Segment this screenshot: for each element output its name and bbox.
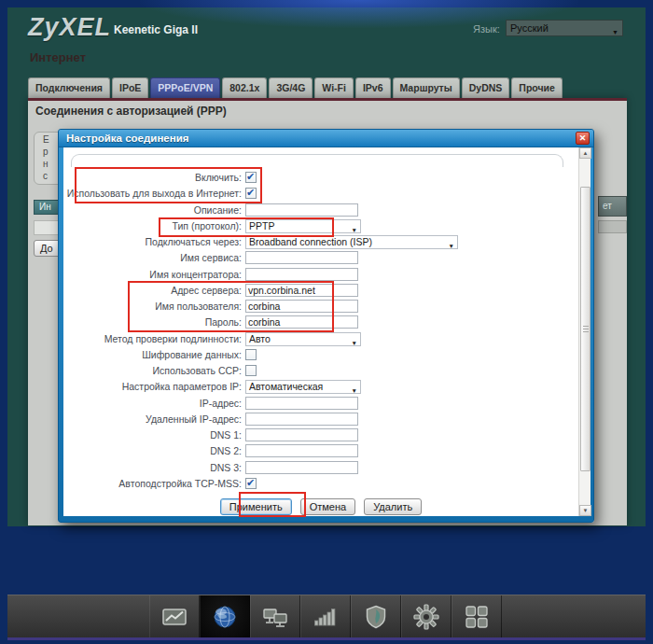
- form-row-password: Пароль:: [63, 315, 567, 330]
- field-tcp-mss-checkbox[interactable]: ✔: [245, 478, 257, 489]
- check-icon: ✔: [246, 477, 255, 489]
- page-title: Интернет: [30, 50, 86, 64]
- field-password[interactable]: [245, 315, 358, 329]
- tab-wi-fi[interactable]: Wi-Fi: [314, 77, 354, 98]
- scroll-up-icon[interactable]: ▲: [579, 147, 591, 159]
- field-dns3[interactable]: [245, 461, 358, 474]
- form-row-username: Имя пользователя:: [63, 299, 567, 315]
- field-use-for-internet-checkbox[interactable]: ✔: [245, 188, 257, 199]
- field-label-service-name: Имя сервиса:: [63, 250, 242, 266]
- system-icon: [412, 603, 440, 631]
- field-auth-method[interactable]: Авто▼: [245, 332, 361, 346]
- field-ccp-checkbox[interactable]: ✔: [245, 365, 257, 376]
- dock-item-wifi[interactable]: [300, 595, 351, 638]
- field-label-tcp-mss: Автоподстройка TCP-MSS:: [63, 476, 242, 492]
- fieldset-top-edge: [71, 154, 563, 167]
- dock-item-system-monitor[interactable]: [149, 595, 200, 638]
- apply-button[interactable]: Применить: [220, 498, 292, 515]
- field-username[interactable]: [245, 300, 358, 313]
- field-service-name[interactable]: [245, 251, 358, 264]
- internet-icon: [211, 603, 239, 631]
- field-description[interactable]: [245, 203, 358, 217]
- form-row-dns1: DNS 1:: [63, 427, 567, 443]
- form-row-protocol: Тип (протокол):PPTP▼: [63, 218, 567, 234]
- tab-dydns[interactable]: DyDNS: [462, 77, 510, 98]
- field-label-password: Пароль:: [63, 315, 242, 330]
- tab-802-1x[interactable]: 802.1x: [222, 77, 267, 98]
- field-protocol-value: PPTP: [249, 220, 274, 231]
- scrollbar-grip: [583, 326, 589, 333]
- dialog-titlebar[interactable]: Настройка соединения ✕: [59, 130, 593, 147]
- field-auth-method-value: Авто: [249, 333, 271, 344]
- tab-pppoe-vpn[interactable]: PPPoE/VPN: [150, 77, 220, 98]
- field-label-description: Описание:: [63, 203, 242, 218]
- field-label-auth-method: Метод проверки подлинности:: [63, 331, 242, 347]
- field-label-encryption: Шифрование данных:: [63, 347, 242, 363]
- field-protocol[interactable]: PPTP▼: [245, 219, 361, 233]
- language-label: Язык:: [473, 23, 500, 35]
- field-label-concentrator-name: Имя концентратора:: [63, 267, 242, 283]
- form-row-ccp: Использовать CCP:✔: [63, 363, 567, 379]
- field-concentrator-name[interactable]: [245, 268, 358, 281]
- close-icon[interactable]: ✕: [576, 132, 590, 145]
- wifi-icon: [312, 603, 340, 631]
- tab-ipv6[interactable]: IPv6: [355, 77, 391, 98]
- tab-strip: ПодключенияIPoEPPPoE/VPN802.1x3G/4GWi-Fi…: [28, 77, 563, 98]
- clipped-right-button[interactable]: ет: [598, 196, 627, 217]
- field-ip-settings[interactable]: Автоматическая▼: [245, 380, 361, 394]
- form-row-service-name: Имя сервиса:: [63, 250, 567, 266]
- field-encryption-checkbox[interactable]: ✔: [245, 349, 257, 360]
- dock-item-security[interactable]: [351, 595, 401, 638]
- dock-item-applications[interactable]: [452, 595, 502, 638]
- dock-item-home-network[interactable]: [250, 595, 300, 638]
- field-remote-ip-address[interactable]: [245, 413, 358, 426]
- cancel-button[interactable]: Отмена: [300, 498, 355, 515]
- device-model-label: Keenetic Giga II: [114, 23, 198, 36]
- language-select[interactable]: Русский ▼: [506, 20, 623, 36]
- field-dns2[interactable]: [245, 444, 358, 457]
- router-admin-page: ZyXEL Keenetic Giga II Язык: Русский ▼ И…: [0, 0, 653, 644]
- dock-item-internet[interactable]: [200, 595, 250, 638]
- security-icon: [362, 603, 390, 631]
- dock-item-system[interactable]: [401, 595, 452, 638]
- field-label-dns1: DNS 1:: [63, 427, 242, 443]
- tab-ipoe[interactable]: IPoE: [112, 77, 148, 98]
- dock: [149, 595, 502, 638]
- field-dns1[interactable]: [245, 428, 358, 441]
- field-label-username: Имя пользователя:: [63, 299, 242, 315]
- field-connect-via[interactable]: Broadband connection (ISP)▼: [245, 235, 458, 249]
- field-ip-address[interactable]: [245, 397, 358, 410]
- form-row-ip-settings: Настройка параметров IP:Автоматическая▼: [63, 379, 567, 395]
- tab-подключения[interactable]: Подключения: [28, 77, 110, 98]
- tab-прочие[interactable]: Прочие: [511, 77, 563, 98]
- form-row-dns3: DNS 3:: [63, 460, 567, 476]
- field-label-connect-via: Подключаться через:: [63, 234, 242, 250]
- delete-button[interactable]: Удалить: [364, 498, 422, 515]
- chevron-down-icon: ▼: [612, 25, 618, 40]
- field-label-use-for-internet: Использовать для выхода в Интернет:: [63, 186, 242, 202]
- dialog-scrollbar[interactable]: ▲ ▼: [578, 147, 590, 516]
- home-network-icon: [261, 603, 289, 631]
- scroll-down-icon[interactable]: ▼: [579, 505, 591, 516]
- language-select-value: Русский: [510, 22, 549, 34]
- tab-маршруты[interactable]: Маршруты: [393, 77, 460, 98]
- field-server-address[interactable]: [245, 284, 358, 297]
- dialog-title: Настройка соединения: [66, 133, 188, 144]
- form-row-dns2: DNS 2:: [63, 443, 567, 459]
- field-enable-checkbox[interactable]: ✔: [245, 172, 257, 183]
- clipped-right-element: [598, 220, 627, 233]
- panel-title: Соединения с авторизацией (PPP): [35, 105, 227, 118]
- field-label-enable: Включить:: [63, 170, 242, 186]
- bottom-toolbar: [7, 595, 646, 637]
- form-row-connect-via: Подключаться через:Broadband connection …: [63, 234, 567, 250]
- tab-3g-4g[interactable]: 3G/4G: [269, 77, 313, 98]
- form-row-description: Описание:: [63, 203, 567, 218]
- form-row-enable: Включить:✔: [63, 170, 567, 186]
- field-ip-settings-value: Автоматическая: [249, 381, 323, 392]
- scrollbar-thumb[interactable]: [580, 187, 590, 471]
- field-label-remote-ip-address: Удаленный IP-адрес:: [63, 412, 242, 427]
- form-row-auth-method: Метод проверки подлинности:Авто▼: [63, 331, 567, 347]
- applications-icon: [463, 603, 491, 631]
- dialog-button-row: ПрименитьОтменаУдалить: [63, 498, 578, 515]
- zyxel-logo: ZyXEL: [28, 13, 111, 42]
